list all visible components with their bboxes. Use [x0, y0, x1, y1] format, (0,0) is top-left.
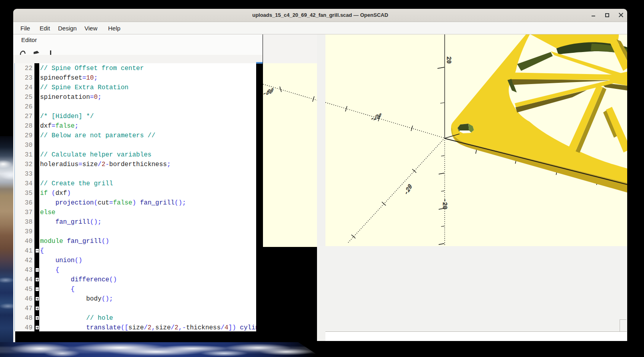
svg-text:-20: -20 — [369, 112, 383, 123]
svg-text:20: 20 — [445, 56, 452, 64]
svg-text:-20: -20 — [441, 199, 448, 209]
svg-text:-20: -20 — [403, 183, 413, 197]
svg-text:-60: -60 — [263, 87, 275, 98]
